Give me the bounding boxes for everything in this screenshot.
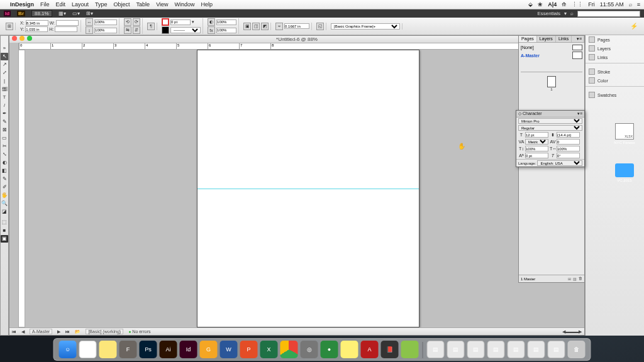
menu-help[interactable]: Help: [201, 1, 213, 8]
type-tool[interactable]: T: [1, 94, 8, 101]
gradient-feather-tool[interactable]: ◧: [1, 167, 8, 175]
screen-mode-tool[interactable]: ▣: [1, 235, 8, 243]
gap-field[interactable]: [284, 23, 309, 29]
rotate-icon[interactable]: ⟲: [124, 18, 131, 26]
dock-calendar[interactable]: 6: [79, 341, 97, 358]
horizontal-ruler[interactable]: 012345678: [18, 43, 578, 50]
dock-indesign[interactable]: Id: [180, 341, 197, 358]
desktop-folder-icon[interactable]: [615, 163, 634, 177]
selection-tool[interactable]: ↖: [1, 53, 8, 60]
scrollbar-h[interactable]: ◀▬▬▬▶: [562, 329, 582, 334]
pen-tool[interactable]: ✒: [1, 110, 8, 118]
page-nav-first-icon[interactable]: ⏮: [12, 329, 16, 334]
workspace-switcher[interactable]: Essentials: [538, 11, 560, 16]
gradient-swatch-tool[interactable]: ◐: [1, 159, 8, 167]
skew-field[interactable]: [557, 153, 580, 158]
page-selector[interactable]: A-Master: [30, 329, 52, 334]
menu-type[interactable]: Type: [95, 1, 108, 8]
dock-finder[interactable]: ☺: [59, 341, 77, 358]
content-collector-tool[interactable]: ▥: [1, 85, 8, 93]
collapse-icon[interactable]: »: [1, 45, 8, 52]
wrap-bound-icon[interactable]: ◫: [252, 23, 260, 30]
master-a-thumb[interactable]: [572, 52, 582, 59]
para-style-icon[interactable]: ¶: [147, 23, 155, 30]
character-panel[interactable]: ◇ Character▾≡ Minion Pro Regular T ⬍ VAM…: [516, 110, 585, 167]
airdrop-icon[interactable]: ⟰: [562, 1, 567, 8]
direct-selection-tool[interactable]: ↗: [1, 61, 8, 69]
new-page-icon[interactable]: ▥: [573, 277, 577, 281]
dock-app-green[interactable]: ●: [321, 341, 338, 358]
preflight-profile[interactable]: [Basic] (working): [86, 329, 123, 334]
dock-chrome[interactable]: [280, 341, 298, 358]
stroke-weight-field[interactable]: [170, 19, 191, 25]
tab-pages[interactable]: Pages: [519, 36, 537, 42]
dock-app-lime[interactable]: [401, 341, 419, 358]
y-field[interactable]: [25, 26, 48, 32]
cc-status-icon[interactable]: ❀: [538, 1, 543, 8]
dock-pages[interactable]: Pages: [586, 35, 644, 44]
page-1-thumb[interactable]: [547, 76, 556, 87]
object-style-select[interactable]: [Basic Graphics Frame]+: [331, 23, 400, 30]
adobe-badge[interactable]: A|4: [548, 1, 557, 8]
tab-links[interactable]: Links: [556, 36, 572, 42]
menu-file[interactable]: File: [40, 1, 50, 8]
fill-swatch-icon[interactable]: [162, 18, 169, 26]
page-tool[interactable]: ⤢: [1, 69, 8, 77]
dock-color[interactable]: Color: [586, 76, 644, 85]
language-select[interactable]: English: USA: [537, 160, 582, 166]
wrap-none-icon[interactable]: ▣: [243, 23, 251, 30]
dock-photoshop[interactable]: Ps: [140, 341, 157, 358]
zoom-level[interactable]: 88.1%: [31, 10, 52, 17]
master-none[interactable]: [None]: [521, 45, 534, 50]
menu-object[interactable]: Object: [114, 1, 130, 8]
horizontal-guide[interactable]: [197, 189, 419, 189]
menu-layout[interactable]: Layout: [72, 1, 89, 8]
open-doc-icon[interactable]: 📂: [75, 329, 80, 334]
bridge-icon[interactable]: Br: [17, 11, 25, 16]
stroke-swatch-icon[interactable]: [162, 26, 169, 34]
tab-layers[interactable]: Layers: [537, 36, 556, 42]
clock-day[interactable]: Fri: [588, 1, 595, 8]
wifi-icon[interactable]: ⋮⋮: [572, 1, 583, 8]
fill-stroke-icon[interactable]: ◪: [1, 208, 8, 218]
page-nav-prev-icon[interactable]: ◀: [21, 329, 25, 334]
menu-view[interactable]: View: [156, 1, 168, 8]
panel-menu-icon[interactable]: ▾≡: [575, 36, 584, 42]
h-field[interactable]: [55, 26, 77, 32]
corner-icon[interactable]: ◱: [316, 23, 324, 30]
app-menu[interactable]: InDesign: [10, 1, 34, 8]
free-transform-tool[interactable]: ⤡: [1, 151, 8, 158]
stroke-style-select[interactable]: ———: [170, 27, 201, 33]
rectangle-tool[interactable]: ▭: [1, 134, 8, 142]
master-none-thumb[interactable]: [572, 45, 582, 50]
dock-illustrator[interactable]: Ai: [160, 341, 177, 358]
rectangle-frame-tool[interactable]: ⊠: [1, 126, 8, 134]
notification-center-icon[interactable]: ≡: [637, 1, 640, 8]
note-tool[interactable]: ✎: [1, 175, 8, 183]
scissors-tool[interactable]: ✂: [1, 143, 8, 150]
page[interactable]: [197, 50, 419, 327]
menu-window[interactable]: Window: [174, 1, 194, 8]
character-panel-menu-icon[interactable]: ▾≡: [577, 111, 582, 116]
vertical-ruler[interactable]: [18, 50, 25, 327]
vscale-field[interactable]: [525, 146, 548, 151]
preflight-status[interactable]: No errors: [128, 329, 150, 334]
line-tool[interactable]: /: [1, 102, 8, 109]
dock-stickies[interactable]: [341, 341, 358, 358]
dock-grab[interactable]: G: [200, 341, 218, 358]
dock-excel[interactable]: X: [260, 341, 278, 358]
opacity-field[interactable]: [216, 19, 236, 25]
kerning-select[interactable]: Metrics: [525, 139, 548, 145]
dock-trash[interactable]: 🗑: [568, 341, 586, 358]
page-nav-last-icon[interactable]: ⏭: [65, 329, 70, 334]
dock-stack-3[interactable]: ▤: [467, 341, 485, 358]
dock-layers[interactable]: Layers: [586, 44, 644, 53]
menu-table[interactable]: Table: [136, 1, 150, 8]
dock-stack-7[interactable]: ▤: [548, 341, 565, 358]
page-nav-next-icon[interactable]: ▶: [57, 329, 60, 334]
close-button[interactable]: [12, 36, 17, 41]
flip-h-icon[interactable]: ⇋: [124, 26, 131, 34]
screen-mode-icon[interactable]: ▭▾: [72, 11, 80, 16]
dock-fontbook[interactable]: F: [119, 341, 137, 358]
menu-edit[interactable]: Edit: [56, 1, 66, 8]
